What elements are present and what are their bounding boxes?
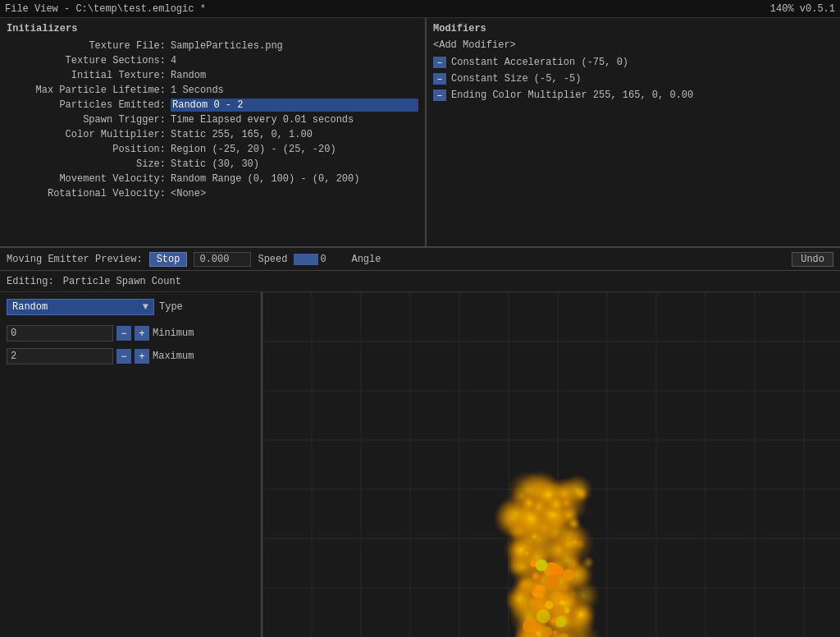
init-label: Position: bbox=[7, 143, 171, 156]
init-row: Size:Static (30, 30) bbox=[7, 158, 418, 171]
modifiers-title: Modifiers bbox=[433, 23, 833, 34]
init-value[interactable]: Random 0 - 2 bbox=[171, 99, 418, 112]
titlebar: File View - C:\temp\test.emlogic * 140% … bbox=[0, 0, 840, 18]
modifier-remove-button[interactable]: − bbox=[433, 73, 446, 85]
preview-canvas bbox=[262, 292, 840, 637]
init-value: Time Elapsed every 0.01 seconds bbox=[171, 113, 418, 126]
editor-panel: Random ▼ Type − + Minimum − + Maximum bbox=[0, 292, 262, 637]
modifier-item: −Constant Size (-5, -5) bbox=[433, 72, 833, 85]
speed-label: Speed bbox=[258, 254, 287, 265]
init-label: Movement Velocity: bbox=[7, 172, 171, 186]
init-value: Region (-25, 20) - (25, -20) bbox=[171, 143, 418, 156]
type-dropdown[interactable]: Random ▼ bbox=[7, 299, 154, 315]
init-value: <None> bbox=[171, 187, 418, 200]
init-label: Max Particle Lifetime: bbox=[7, 84, 171, 97]
init-rows-container: Texture File:SampleParticles.pngTexture … bbox=[7, 39, 418, 200]
speed-value: 0 bbox=[320, 254, 345, 265]
init-label: Color Multiplier: bbox=[7, 128, 171, 141]
init-value: Static 255, 165, 0, 1.00 bbox=[171, 128, 418, 141]
editing-value: Particle Spawn Count bbox=[63, 276, 181, 287]
modifiers-list: −Constant Acceleration (-75, 0)−Constant… bbox=[433, 56, 833, 102]
init-row: Color Multiplier:Static 255, 165, 0, 1.0… bbox=[7, 128, 418, 141]
add-modifier-button[interactable]: <Add Modifier> bbox=[433, 39, 833, 51]
init-row: Texture File:SampleParticles.png bbox=[7, 39, 418, 53]
init-value: Random bbox=[171, 69, 418, 82]
init-value: Random Range (0, 100) - (0, 200) bbox=[171, 172, 418, 186]
chevron-down-icon: ▼ bbox=[143, 301, 148, 313]
titlebar-left: File View - C:\temp\test.emlogic * bbox=[5, 3, 206, 15]
angle-label: Angle bbox=[351, 254, 785, 265]
init-label: Rotational Velocity: bbox=[7, 187, 171, 200]
type-label: Type bbox=[159, 301, 183, 313]
undo-button[interactable]: Undo bbox=[792, 252, 833, 267]
minimum-input[interactable] bbox=[7, 325, 113, 341]
editing-label: Editing: Particle Spawn Count bbox=[0, 271, 840, 292]
stop-button[interactable]: Stop bbox=[149, 252, 188, 267]
init-label: Texture Sections: bbox=[7, 54, 171, 67]
init-label: Texture File: bbox=[7, 39, 171, 53]
init-value: 4 bbox=[171, 54, 418, 67]
maximum-input[interactable] bbox=[7, 348, 113, 364]
modifier-text: Constant Size (-5, -5) bbox=[451, 72, 581, 85]
bottom-area: Random ▼ Type − + Minimum − + Maximum bbox=[0, 292, 840, 637]
init-row: Spawn Trigger:Time Elapsed every 0.01 se… bbox=[7, 113, 418, 126]
type-dropdown-value: Random bbox=[12, 301, 48, 313]
minimum-minus-button[interactable]: − bbox=[116, 326, 131, 341]
init-label: Spawn Trigger: bbox=[7, 113, 171, 126]
initializers-panel: Initializers Texture File:SampleParticle… bbox=[0, 18, 427, 246]
time-display[interactable] bbox=[194, 252, 251, 267]
minimum-row: − + Minimum bbox=[7, 325, 254, 341]
init-row: Rotational Velocity:<None> bbox=[7, 187, 418, 200]
init-value: SampleParticles.png bbox=[171, 39, 418, 53]
speed-slider-container: 0 bbox=[294, 254, 345, 265]
maximum-row: − + Maximum bbox=[7, 348, 254, 364]
init-row: Texture Sections:4 bbox=[7, 54, 418, 67]
top-area: Initializers Texture File:SampleParticle… bbox=[0, 18, 840, 248]
maximum-plus-button[interactable]: + bbox=[135, 349, 149, 364]
modifier-item: −Ending Color Multiplier 255, 165, 0, 0.… bbox=[433, 89, 833, 102]
init-row: Movement Velocity:Random Range (0, 100) … bbox=[7, 172, 418, 186]
modifier-text: Ending Color Multiplier 255, 165, 0, 0.0… bbox=[451, 89, 693, 102]
preview-toolbar: Moving Emitter Preview: Stop Speed 0 Ang… bbox=[0, 248, 840, 271]
init-row: Initial Texture:Random bbox=[7, 69, 418, 82]
modifiers-panel: Modifiers <Add Modifier> −Constant Accel… bbox=[427, 18, 840, 246]
minimum-plus-button[interactable]: + bbox=[135, 326, 149, 341]
init-value: Static (30, 30) bbox=[171, 158, 418, 171]
preview-label: Moving Emitter Preview: bbox=[7, 254, 143, 265]
init-label: Initial Texture: bbox=[7, 69, 171, 82]
particle-canvas bbox=[262, 292, 840, 637]
init-row: Position:Region (-25, 20) - (25, -20) bbox=[7, 143, 418, 156]
init-row: Particles Emitted:Random 0 - 2 bbox=[7, 99, 418, 112]
modifier-remove-button[interactable]: − bbox=[433, 89, 446, 101]
modifier-item: −Constant Acceleration (-75, 0) bbox=[433, 56, 833, 69]
maximum-minus-button[interactable]: − bbox=[116, 349, 131, 364]
init-row: Max Particle Lifetime:1 Seconds bbox=[7, 84, 418, 97]
titlebar-right: 140% v0.5.1 bbox=[770, 3, 835, 15]
editing-prefix: Editing: bbox=[7, 276, 54, 287]
minimum-label: Minimum bbox=[153, 328, 194, 339]
modifier-remove-button[interactable]: − bbox=[433, 57, 446, 68]
init-label: Size: bbox=[7, 158, 171, 171]
type-row: Random ▼ Type bbox=[7, 299, 254, 315]
init-label: Particles Emitted: bbox=[7, 99, 171, 112]
initializers-title: Initializers bbox=[7, 23, 418, 34]
maximum-label: Maximum bbox=[153, 351, 194, 362]
speed-bar[interactable] bbox=[294, 254, 318, 265]
modifier-text: Constant Acceleration (-75, 0) bbox=[451, 56, 628, 69]
init-value: 1 Seconds bbox=[171, 84, 418, 97]
